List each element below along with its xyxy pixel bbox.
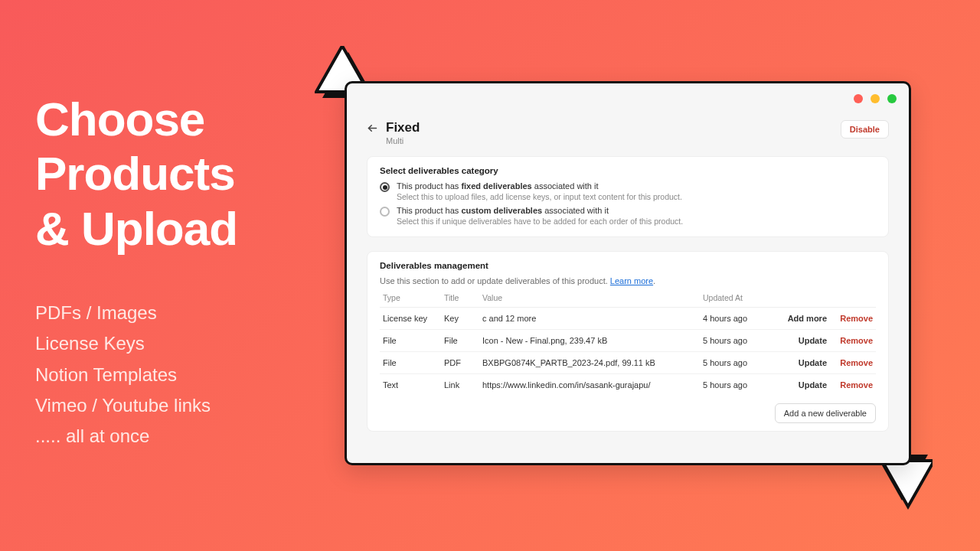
row-action-button[interactable]: Add more	[788, 314, 827, 323]
management-description: Use this section to add or update delive…	[380, 276, 876, 285]
col-type: Type	[380, 289, 441, 308]
feature-item: Vimeo / Youtube links	[35, 391, 326, 420]
cell-type: File	[380, 330, 441, 352]
row-action-button[interactable]: Update	[799, 336, 827, 345]
cell-updated: 4 hours ago	[700, 308, 776, 330]
feature-item: License Keys	[35, 329, 326, 358]
headline-line: & Upload	[35, 201, 326, 256]
table-row: FileFileIcon - New - Final.png, 239.47 k…	[380, 330, 876, 352]
table-row: FilePDFBXBPG0874K_PARTB_2023-24.pdf, 99.…	[380, 352, 876, 374]
window-close-icon[interactable]	[854, 94, 863, 103]
cell-value: Icon - New - Final.png, 239.47 kB	[479, 330, 700, 352]
cell-type: License key	[380, 308, 441, 330]
radio-icon[interactable]	[380, 182, 390, 192]
col-title: Title	[441, 289, 479, 308]
window-controls	[854, 94, 897, 103]
cell-title: PDF	[441, 352, 479, 374]
management-card: Deliverables management Use this section…	[367, 251, 889, 432]
row-action-button[interactable]: Update	[799, 358, 827, 367]
table-row: License keyKeyc and 12 more4 hours agoAd…	[380, 308, 876, 330]
back-arrow-icon[interactable]	[367, 122, 378, 137]
page-header: Fixed Multi Disable	[367, 120, 889, 145]
col-updated: Updated At	[700, 289, 776, 308]
option-label: This product has custom deliverables ass…	[397, 206, 683, 215]
page-subtitle: Multi	[386, 136, 420, 145]
page-title: Fixed	[386, 120, 420, 135]
option-label: This product has fixed deliverables asso…	[397, 181, 682, 191]
cell-updated: 5 hours ago	[700, 352, 776, 374]
headline-line: Choose	[35, 92, 326, 146]
learn-more-link[interactable]: Learn more	[610, 276, 653, 285]
add-deliverable-button[interactable]: Add a new deliverable	[775, 403, 876, 423]
col-value: Value	[479, 289, 700, 308]
row-remove-button[interactable]: Remove	[840, 336, 873, 345]
headline: Choose Products & Upload	[35, 92, 326, 256]
radio-icon[interactable]	[380, 207, 390, 217]
feature-item: PDFs / Images	[35, 298, 326, 328]
option-help: Select this if unique deliverables have …	[397, 217, 683, 226]
cell-value: https://www.linkedin.com/in/sasank-guraj…	[479, 374, 700, 396]
row-remove-button[interactable]: Remove	[840, 358, 873, 367]
row-remove-button[interactable]: Remove	[840, 314, 873, 323]
window-zoom-icon[interactable]	[887, 94, 897, 103]
window-minimize-icon[interactable]	[871, 94, 880, 103]
row-remove-button[interactable]: Remove	[840, 380, 873, 390]
cell-title: Key	[441, 308, 479, 330]
cell-value: c and 12 more	[479, 308, 700, 330]
category-heading: Select deliverables category	[380, 166, 876, 175]
headline-line: Products	[35, 146, 326, 201]
deliverable-category-option[interactable]: This product has fixed deliverables asso…	[380, 181, 876, 201]
cell-title: Link	[441, 374, 479, 396]
management-heading: Deliverables management	[380, 261, 876, 270]
feature-list: PDFs / ImagesLicense KeysNotion Template…	[35, 298, 326, 452]
management-desc-text: .	[653, 276, 655, 285]
cell-type: Text	[380, 374, 441, 396]
cell-title: File	[441, 330, 479, 352]
category-card: Select deliverables category This produc…	[367, 156, 889, 237]
marketing-panel: Choose Products & Upload PDFs / ImagesLi…	[35, 92, 326, 453]
feature-item: ..... all at once	[35, 422, 326, 451]
table-row: TextLinkhttps://www.linkedin.com/in/sasa…	[380, 374, 876, 396]
deliverables-table: Type Title Value Updated At License keyK…	[380, 289, 876, 396]
feature-item: Notion Templates	[35, 360, 326, 390]
management-desc-text: Use this section to add or update delive…	[380, 276, 610, 285]
app-window: Fixed Multi Disable Select deliverables …	[345, 81, 911, 465]
disable-button[interactable]: Disable	[841, 120, 889, 139]
deliverable-category-option[interactable]: This product has custom deliverables ass…	[380, 206, 876, 226]
cell-value: BXBPG0874K_PARTB_2023-24.pdf, 99.11 kB	[479, 352, 700, 374]
cell-updated: 5 hours ago	[700, 374, 776, 396]
cell-updated: 5 hours ago	[700, 330, 776, 352]
option-help: Select this to upload files, add license…	[397, 192, 682, 201]
cell-type: File	[380, 352, 441, 374]
svg-marker-3	[882, 461, 933, 507]
row-action-button[interactable]: Update	[799, 380, 827, 390]
